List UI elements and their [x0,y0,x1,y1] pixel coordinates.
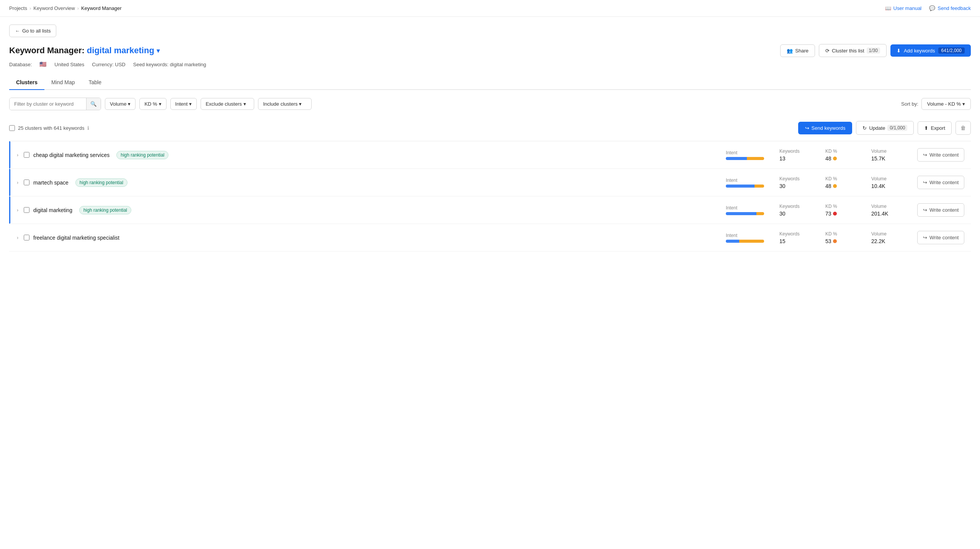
keywords-label: Keywords [779,231,810,237]
cluster-row: › digital marketing high ranking potenti… [9,196,971,224]
exclude-clusters-filter[interactable]: Exclude clusters [201,98,254,110]
keywords-value: 13 [779,155,810,162]
write-content-button[interactable]: ↪ Write content [917,148,964,162]
write-icon: ↪ [923,152,927,158]
write-content-label: Write content [929,180,959,185]
volume-label: Volume [871,204,902,209]
cluster-list-button[interactable]: ⟳ Cluster this list 1/30 [819,44,887,57]
volume-value: 15.7K [871,155,902,162]
breadcrumb-projects[interactable]: Projects [9,5,27,11]
write-icon: ↪ [923,207,927,213]
intent-filter[interactable]: Intent [170,98,197,110]
search-icon: 🔍 [90,101,97,107]
database-label: Database: [9,62,32,67]
tab-clusters[interactable]: Clusters [9,75,44,90]
exclude-clusters-label: Exclude clusters [206,101,242,107]
sort-dropdown[interactable]: Volume - KD % [921,98,971,110]
refresh-icon: ↻ [862,125,867,131]
cluster-summary: 25 clusters with 641 keywords [18,125,84,131]
intent-bar [726,240,764,243]
cluster-count-badge: 1/30 [867,47,880,54]
keywords-value: 15 [779,238,810,244]
seed-keywords-value: Seed keywords: digital marketing [133,62,206,67]
volume-metric: Volume 10.4K [871,176,902,189]
title-row: Keyword Manager: digital marketing ▾ 👥 S… [9,44,971,57]
cluster-name: martech space [33,180,69,186]
tab-mind-map[interactable]: Mind Map [44,75,82,90]
intent-bar [726,185,764,188]
row-checkbox[interactable] [24,207,29,213]
top-bar: Projects › Keyword Overview › Keyword Ma… [0,0,980,17]
kd-value: 53 [825,238,856,244]
expand-button[interactable]: › [15,178,20,187]
title-static: Keyword Manager: [9,46,85,56]
keywords-label: Keywords [779,149,810,154]
breadcrumb-keyword-overview[interactable]: Keyword Overview [33,5,75,11]
kd-filter-label: KD % [144,101,157,107]
cluster-count: 25 clusters with 641 keywords ℹ [9,125,89,131]
update-button[interactable]: ↻ Update 0/1,000 [856,121,914,135]
info-icon: ℹ [87,125,89,131]
write-content-button[interactable]: ↪ Write content [917,231,964,244]
intent-bar-yellow [739,240,764,243]
user-manual-link[interactable]: 📖 User manual [885,5,922,11]
expand-button[interactable]: › [15,151,20,159]
write-content-button[interactable]: ↪ Write content [917,176,964,189]
search-button[interactable]: 🔍 [86,98,101,110]
back-button[interactable]: ← Go to all lists [9,25,56,37]
intent-label: Intent [726,178,764,183]
send-keywords-label: Send keywords [812,125,846,131]
intent-bar-yellow [747,157,764,160]
write-content-button[interactable]: ↪ Write content [917,203,964,217]
cluster-name: freelance digital marketing specialist [33,235,119,241]
add-keywords-label: Add keywords [904,48,935,54]
kd-metric: KD % 48 [825,176,856,189]
row-checkbox[interactable] [24,235,29,240]
share-button[interactable]: 👥 Share [780,44,815,57]
expand-button[interactable]: › [15,234,20,242]
intent-label: Intent [726,233,764,238]
title-chevron-icon[interactable]: ▾ [157,47,160,54]
row-checkbox[interactable] [24,180,29,185]
volume-metric: Volume 15.7K [871,149,902,162]
search-input[interactable] [10,98,86,110]
ranking-badge: high ranking potential [75,178,127,187]
intent-metric: Intent [726,150,764,160]
intent-bar-blue [726,240,739,243]
add-keywords-button[interactable]: ⬇ Add keywords 641/2,000 [890,44,971,57]
keywords-metric: Keywords 15 [779,231,810,244]
trash-icon: 🗑 [960,125,966,131]
send-keywords-button[interactable]: ↪ Send keywords [798,122,853,134]
meta-info: Database: 🇺🇸 United States Currency: USD… [9,61,971,68]
tabs: Clusters Mind Map Table [9,75,971,90]
update-count-badge: 0/1,000 [887,125,907,131]
include-clusters-filter[interactable]: Include clusters [258,98,312,110]
breadcrumb-sep-2: › [77,5,79,11]
volume-value: 201.4K [871,211,902,217]
intent-metric: Intent [726,205,764,215]
ranking-badge: high ranking potential [116,151,168,159]
update-label: Update [869,125,885,131]
expand-button[interactable]: › [15,206,20,214]
volume-filter[interactable]: Volume [105,98,136,110]
kd-filter[interactable]: KD % [139,98,166,110]
cluster-row: › freelance digital marketing specialist… [9,224,971,252]
flag-icon: 🇺🇸 [39,61,47,68]
keywords-metric: Keywords 13 [779,149,810,162]
title-dynamic[interactable]: digital marketing [87,46,154,56]
intent-metric: Intent [726,233,764,243]
select-all-checkbox[interactable] [9,125,15,131]
delete-button[interactable]: 🗑 [956,121,971,135]
page-title: Keyword Manager: digital marketing ▾ [9,46,160,56]
cluster-row-left: › martech space high ranking potential [9,172,726,193]
write-content-label: Write content [929,207,959,213]
send-feedback-link[interactable]: 💬 Send feedback [929,5,971,11]
export-button[interactable]: ⬆ Export [918,121,952,135]
intent-filter-label: Intent [175,101,188,107]
volume-label: Volume [871,176,902,181]
row-checkbox[interactable] [24,152,29,158]
user-manual-label: User manual [893,5,922,11]
tab-table[interactable]: Table [82,75,108,90]
kd-label: KD % [825,231,856,237]
main-content: ← Go to all lists Keyword Manager: digit… [0,17,980,259]
